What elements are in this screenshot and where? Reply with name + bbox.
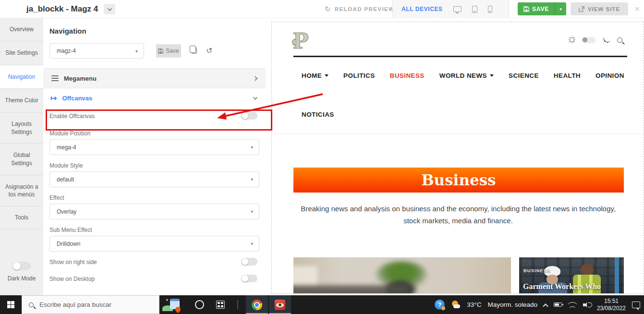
clock-date: 23/08/2022 [597,305,626,312]
theme-switch-toggle[interactable] [582,37,596,43]
battery-icon[interactable] [554,302,562,307]
offcanvas-section-header[interactable]: ↦ Offcanvas [43,88,266,108]
dark-mode-toggle[interactable] [12,262,31,270]
action-center-icon[interactable] [632,302,640,308]
menu-item-opinion[interactable]: OPINION [595,72,624,79]
dark-mode-icon[interactable] [603,36,610,43]
sidebar-item-tools[interactable]: Tools [0,206,43,229]
sidebar-item-navigation[interactable]: Navigation [0,65,43,89]
wifi-icon[interactable] [568,302,577,308]
site-main-menu-row2: NOTICIAS [302,111,334,118]
admin-topbar: ja_blockk - Magz 4 ↻ RELOAD PREVIEW ALL … [0,0,644,18]
news-widget-button[interactable]: ✦ [162,298,181,312]
sidebar-item-site-settings[interactable]: Site Settings [0,41,43,65]
select-caret-icon: ▾ [251,177,253,182]
windows-taskbar: Escribe aquí para buscar ✦ ? 33°C Mayorm… [0,295,644,314]
article-card[interactable]: BUSINESS Garment Workers Who [519,257,624,294]
module-style-value: default [57,176,74,183]
article-category-badge: BUSINESS [523,268,551,273]
help-tray-icon[interactable]: ? [435,300,445,310]
module-style-label: Module Style [49,162,83,169]
show-desktop-toggle[interactable] [241,275,257,282]
start-button[interactable] [0,295,22,314]
megamenu-section-header[interactable]: Megamenu [43,68,266,88]
task-view-button[interactable] [216,301,225,309]
menu-item-noticias[interactable]: NOTICIAS [302,111,334,118]
megamenu-icon [51,75,59,81]
chrome-taskbar-button[interactable] [246,295,268,314]
view-site-button[interactable]: VIEW SITE [571,2,628,15]
duplicate-style-button[interactable] [189,45,199,56]
menu-item-science[interactable]: SCIENCE [509,72,539,79]
article-title[interactable]: Garment Workers Who [523,282,601,291]
sidebar-item-menu-assignment[interactable]: Asignación a los menús [0,175,43,206]
sidebar-item-global-settings[interactable]: Global Settings [0,144,43,175]
header-divider [293,56,627,57]
effect-value: Overlay [57,208,76,215]
sidebar-item-layouts-settings[interactable]: Layouts Settings [0,113,43,144]
sub-menu-effect-label: Sub Menu Effect [49,227,92,233]
save-split-button[interactable]: SAVE ▾ [518,2,566,15]
article-card-image[interactable] [293,257,511,294]
search-icon[interactable] [617,37,622,43]
select-caret-icon: ▾ [135,48,138,54]
menu-item-health[interactable]: HEALTH [554,72,581,79]
module-style-select[interactable]: default ▾ [49,171,259,187]
menu-item-world-news[interactable]: WORLD NEWS [439,72,494,79]
template-style-select[interactable]: magz-4 ▾ [49,43,144,59]
sub-menu-effect-value: Drilldown [57,241,80,247]
cortana-button[interactable] [195,300,204,309]
view-site-label: VIEW SITE [588,6,620,12]
chevron-right-icon [253,76,258,81]
sparkle-icon: ✦ [165,298,169,302]
template-switcher-button[interactable] [104,4,115,14]
all-devices-button[interactable]: ALL DEVICES [401,6,443,12]
phone-device-icon[interactable] [488,6,492,13]
chevron-down-icon [107,6,112,11]
temperature-value[interactable]: 33°C [467,301,481,308]
tray-expand-chevron[interactable] [543,303,548,309]
panel-save-button[interactable]: Save [156,44,181,58]
capture-app-taskbar-button[interactable] [269,295,291,314]
reload-preview-button[interactable]: ↻ RELOAD PREVIEW [325,0,394,18]
search-icon [29,302,34,307]
clock-time: 15:51 [604,298,619,304]
weather-condition[interactable]: Mayorm. soleado [487,301,537,308]
module-position-select[interactable]: mega-4 ▾ [49,139,259,155]
light-mode-icon[interactable] [570,37,574,42]
reset-style-button[interactable]: ↻ [204,45,215,56]
chevron-down-icon [253,95,258,100]
megamenu-title: Megamenu [64,75,97,82]
sub-menu-effect-select[interactable]: Drilldown ▾ [49,236,259,252]
category-banner: Business [293,168,624,193]
reload-icon: ↻ [325,5,331,13]
enable-offcanvas-toggle[interactable] [241,112,257,120]
taskbar-clock[interactable]: 15:51 23/08/2022 [597,298,626,312]
desktop-device-icon[interactable] [453,6,462,12]
category-title: Business [421,171,496,189]
select-caret-icon: ▾ [251,209,253,214]
volume-icon[interactable] [583,302,591,308]
effect-select[interactable]: Overlay ▾ [49,204,259,219]
weather-sun-cloud-icon[interactable] [451,300,461,310]
external-link-icon [579,6,584,12]
menu-item-politics[interactable]: POLITICS [343,72,375,79]
menu-item-business[interactable]: BUSINESS [390,72,425,79]
close-button[interactable]: × [632,0,643,18]
save-icon [158,48,163,54]
menu-item-home[interactable]: HOME [302,72,328,79]
module-position-label: Module Position [49,130,90,137]
save-dropdown-caret[interactable]: ▾ [555,2,566,15]
tablet-device-icon[interactable] [472,6,477,13]
reload-preview-label: RELOAD PREVIEW [335,6,394,12]
sidebar-item-theme-color[interactable]: Theme Color [0,89,43,113]
enable-offcanvas-label: Enable Offcanvas [49,113,95,120]
show-right-side-toggle[interactable] [241,258,257,266]
taskbar-search-input[interactable]: Escribe aquí para buscar [22,295,159,314]
save-icon [523,6,529,12]
search-placeholder: Escribe aquí para buscar [39,301,111,308]
dropdown-caret-icon [490,74,494,77]
offcanvas-icon: ↦ [50,94,57,103]
sidebar-item-overview[interactable]: Overview [0,18,43,41]
site-logo[interactable]: GP [292,29,308,53]
